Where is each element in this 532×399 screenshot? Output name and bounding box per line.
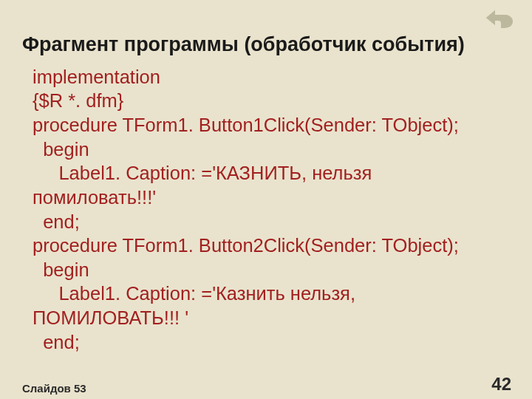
slide: Фрагмент программы (обработчик события) …	[0, 0, 532, 399]
slides-count-label: Слайдов 53	[22, 382, 86, 395]
return-icon	[482, 6, 516, 31]
footer: Слайдов 53 42	[22, 374, 511, 395]
slide-title: Фрагмент программы (обработчик события)	[22, 33, 510, 58]
page-number: 42	[491, 374, 511, 395]
code-block: implementation {$R *. dfm} procedure TFo…	[33, 65, 510, 355]
